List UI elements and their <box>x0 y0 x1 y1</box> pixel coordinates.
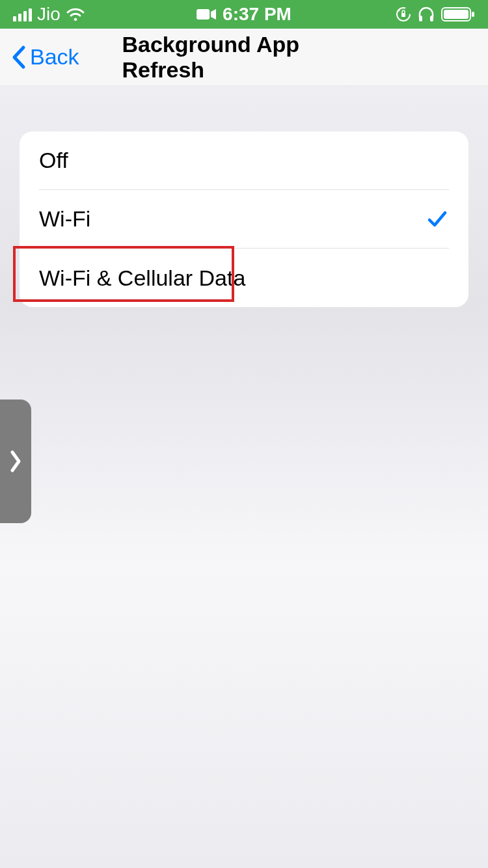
svg-rect-2 <box>401 13 405 17</box>
cellular-signal-icon <box>13 7 32 21</box>
back-label: Back <box>30 44 79 70</box>
page-title: Background App Refresh <box>122 32 366 83</box>
option-wifi[interactable]: Wi-Fi <box>20 190 468 249</box>
svg-rect-0 <box>197 9 210 20</box>
option-label: Wi-Fi & Cellular Data <box>39 265 245 291</box>
options-group: Off Wi-Fi Wi-Fi & Cellular Data <box>20 131 468 307</box>
content-area: Off Wi-Fi Wi-Fi & Cellular Data <box>0 86 488 307</box>
option-wifi-cellular[interactable]: Wi-Fi & Cellular Data <box>20 249 468 307</box>
battery-icon <box>441 7 475 22</box>
svg-rect-4 <box>430 16 433 21</box>
status-time: 6:37 PM <box>223 4 291 25</box>
headphones-icon <box>418 7 435 22</box>
navigation-bar: Back Background App Refresh <box>0 29 488 86</box>
status-center: 6:37 PM <box>197 4 291 25</box>
svg-rect-3 <box>419 16 422 21</box>
back-button[interactable]: Back <box>0 44 79 70</box>
side-drawer-handle[interactable] <box>0 400 31 523</box>
status-left: Jio <box>13 4 85 25</box>
option-label: Off <box>39 148 68 173</box>
wifi-icon <box>66 7 85 21</box>
rotation-lock-icon <box>396 7 411 22</box>
option-label: Wi-Fi <box>39 206 90 232</box>
status-bar: Jio 6:37 PM <box>0 0 488 29</box>
checkmark-icon <box>426 208 449 231</box>
option-off[interactable]: Off <box>20 131 468 190</box>
chevron-right-icon <box>9 448 22 474</box>
svg-rect-7 <box>472 12 474 17</box>
carrier-label: Jio <box>37 4 61 25</box>
status-right <box>396 7 475 22</box>
chevron-left-icon <box>10 45 26 70</box>
video-camera-icon <box>197 8 216 21</box>
svg-rect-6 <box>444 10 468 19</box>
